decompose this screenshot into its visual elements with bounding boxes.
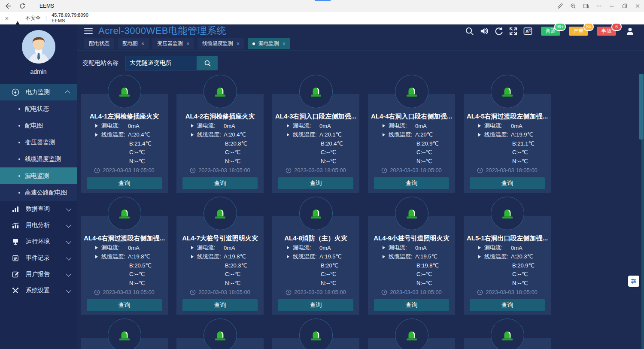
sidebar-subitem-distribution-status[interactable]: 配电状态 [0,100,77,117]
leak-current-row: 漏电流:0mA [464,121,551,130]
pen-icon[interactable] [554,0,567,12]
timestamp-row: 2023-03-03 18:05:00 [81,288,168,297]
volume-icon[interactable] [480,27,489,36]
sidebar-subitem-leakage-monitoring[interactable]: 漏电监测 [0,167,77,184]
alarm-badge[interactable]: 普通99+ [541,27,560,36]
sidebar-item-system-settings[interactable]: 系统设置 [0,282,77,299]
device-card-body: AL4-3右洞入口段左侧加强... 漏电流:0mA 线缆温度:A:20.1℃ B… [272,94,359,193]
tab-distribution-diagram[interactable]: 配电图× [118,38,149,49]
avatar[interactable] [22,30,55,64]
query-button[interactable]: 查询 [470,177,545,189]
user-icon[interactable] [626,27,635,36]
tune-settings-button[interactable] [628,276,639,287]
tab-label: 配电状态 [89,40,109,47]
more-icon[interactable] [592,0,605,12]
device-card: AL4-4右洞入口段右侧加强... 漏电流:0mA 线缆温度:A:20℃ B:2… [368,94,455,193]
query-button[interactable]: 查询 [182,299,258,311]
sidebar-subitem-distribution-diagram[interactable]: 配电图 [0,117,77,134]
caret-right-icon [383,246,385,249]
fullscreen-icon[interactable] [509,27,518,36]
device-card-body: AL4-8消防（主）火灾 漏电流:0mA 线缆温度:A:19.5℃ B:20℃ … [272,216,359,315]
hamburger-menu-icon[interactable] [84,28,93,34]
alarm-badge[interactable]: 事故6 [597,27,616,36]
station-search-input[interactable] [125,56,197,70]
sidebar-item-power-monitoring[interactable]: 电力监测 [0,84,77,100]
share-window-icon[interactable] [580,0,592,12]
tab-transformer-monitoring[interactable]: 变压器监测× [152,38,194,49]
tab-distribution-status[interactable]: 配电状态 [84,38,114,49]
restore-icon[interactable] [618,0,631,12]
query-button[interactable]: 查询 [87,177,162,189]
clock-icon [190,289,196,295]
sidebar: admin 电力监测配电状态配电图变压器监测线缆温度监测漏电监测高速公路配电图数… [0,24,77,349]
leak-current-row: 漏电流:0mA [272,121,359,130]
scrollbar-thumb[interactable] [639,74,644,140]
green-indicator-light-icon [404,206,419,221]
translate-icon[interactable]: A文 [523,27,532,36]
sidebar-item-user-reports[interactable]: 用户报告 [0,266,77,282]
tab-strip: 配电状态配电图×变压器监测×线缆温度监测×漏电监测× [77,37,644,51]
search-icon[interactable] [465,27,474,36]
alarm-badge-label: 严重 [574,27,584,35]
cable-temp-c-row: C:--℃ [368,148,455,157]
cable-temp-c-row: C:--℃ [464,148,551,157]
refresh-sync-icon[interactable] [494,27,503,36]
tab-leakage-monitoring[interactable]: 漏电监测× [248,38,290,49]
clock-icon [381,167,387,173]
sidebar-item-operating-environment[interactable]: 运行环境 [0,234,77,250]
query-button[interactable]: 查询 [470,299,545,311]
query-button[interactable]: 查询 [374,177,449,189]
sidebar-subitem-label: 高速公路配电图 [25,189,67,197]
caret-right-icon [383,133,385,137]
caret-right-icon [287,246,289,249]
query-button[interactable]: 查询 [182,177,258,189]
caret-right-icon [95,124,98,127]
tab-close-icon[interactable]: × [283,41,286,47]
tab-close-icon[interactable]: × [141,41,144,47]
close-icon[interactable] [631,0,644,12]
device-card: AL4-9小桩号引道照明火灾 漏电流:0mA 线缆温度:A:19.5℃ B:19… [368,216,455,315]
sidebar-item-event-records[interactable]: 事件记录 [0,250,77,266]
url-host-block[interactable]: 45.78.69.79:8090 EEMS [52,12,88,23]
minimize-icon[interactable] [605,0,618,12]
query-button[interactable]: 查询 [278,299,353,311]
leak-current-row: 漏电流:0mA [81,121,168,130]
leak-current-row: 漏电流:0mA [176,243,264,252]
clock-icon [477,289,483,295]
sidebar-item-data-query[interactable]: 数据查询 [0,201,77,217]
tab-label: 变压器监测 [157,40,183,47]
browser-title-bar: EEMS [0,0,644,12]
data-query-icon [12,205,19,213]
query-button[interactable]: 查询 [374,299,449,311]
close-page-icon[interactable]: × [3,15,10,22]
station-search-button[interactable] [197,56,218,70]
alarm-light-circle [491,197,524,230]
sidebar-subitem-highway-distribution-diagram[interactable]: 高速公路配电图 [0,184,77,201]
sidebar-subitem-label: 配电图 [25,122,43,130]
card-row [81,319,644,349]
sidebar-item-power-analysis[interactable]: 用电分析 [0,217,77,234]
refresh-icon[interactable] [19,3,26,9]
caret-right-icon [478,255,481,258]
tab-close-icon[interactable]: × [237,41,240,47]
green-indicator-light-icon [308,328,324,343]
tab-label: 漏电监测 [258,40,279,47]
alarm-light-circle [204,319,237,349]
device-card-body: AL4-7大桩号引道照明火灾 漏电流:0mA 线缆温度:A:19.8℃ B:20… [176,216,264,315]
query-button[interactable]: 查询 [87,299,162,311]
chevron-down-icon [66,287,72,293]
alarm-badge[interactable]: 严重84 [569,27,588,36]
chevron-down-icon [66,222,72,228]
query-button[interactable]: 查询 [278,177,353,189]
back-icon[interactable] [4,3,11,9]
sidebar-subitem-transformer-monitoring[interactable]: 变压器监测 [0,134,77,151]
sidebar-subitem-cable-temperature-monitoring[interactable]: 线缆温度监测 [0,151,77,167]
active-dot-icon [252,42,255,45]
zoom-icon[interactable] [567,0,580,12]
cable-temp-n-row: N:--℃ [81,279,168,288]
tab-close-icon[interactable]: × [186,41,189,47]
device-card [176,338,264,349]
device-card: AL4-3右洞入口段左侧加强... 漏电流:0mA 线缆温度:A:20.1℃ B… [272,94,359,193]
green-indicator-light-icon [213,328,228,343]
tab-cable-temperature-monitoring[interactable]: 线缆温度监测× [197,38,244,49]
